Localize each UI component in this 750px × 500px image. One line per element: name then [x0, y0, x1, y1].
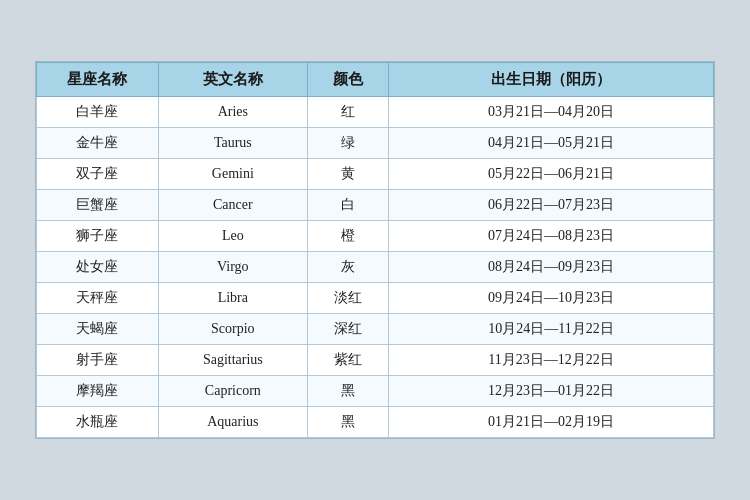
cell-date: 08月24日—09月23日 [389, 252, 714, 283]
cell-chinese: 狮子座 [37, 221, 159, 252]
cell-color: 白 [307, 190, 388, 221]
cell-english: Leo [158, 221, 307, 252]
cell-color: 紫红 [307, 345, 388, 376]
cell-date: 10月24日—11月22日 [389, 314, 714, 345]
cell-english: Libra [158, 283, 307, 314]
cell-chinese: 白羊座 [37, 97, 159, 128]
cell-date: 11月23日—12月22日 [389, 345, 714, 376]
cell-color: 淡红 [307, 283, 388, 314]
cell-english: Virgo [158, 252, 307, 283]
cell-chinese: 处女座 [37, 252, 159, 283]
table-row: 射手座Sagittarius紫红11月23日—12月22日 [37, 345, 714, 376]
cell-date: 12月23日—01月22日 [389, 376, 714, 407]
table-row: 白羊座Aries红03月21日—04月20日 [37, 97, 714, 128]
table-row: 水瓶座Aquarius黑01月21日—02月19日 [37, 407, 714, 438]
cell-date: 03月21日—04月20日 [389, 97, 714, 128]
table-row: 天秤座Libra淡红09月24日—10月23日 [37, 283, 714, 314]
table-row: 双子座Gemini黄05月22日—06月21日 [37, 159, 714, 190]
cell-date: 06月22日—07月23日 [389, 190, 714, 221]
table-row: 狮子座Leo橙07月24日—08月23日 [37, 221, 714, 252]
cell-english: Capricorn [158, 376, 307, 407]
table-row: 巨蟹座Cancer白06月22日—07月23日 [37, 190, 714, 221]
cell-color: 黑 [307, 376, 388, 407]
cell-color: 红 [307, 97, 388, 128]
zodiac-table: 星座名称 英文名称 颜色 出生日期（阳历） 白羊座Aries红03月21日—04… [36, 62, 714, 438]
cell-chinese: 天蝎座 [37, 314, 159, 345]
cell-color: 绿 [307, 128, 388, 159]
cell-english: Aries [158, 97, 307, 128]
cell-date: 04月21日—05月21日 [389, 128, 714, 159]
cell-chinese: 摩羯座 [37, 376, 159, 407]
cell-english: Aquarius [158, 407, 307, 438]
cell-date: 07月24日—08月23日 [389, 221, 714, 252]
table-header-row: 星座名称 英文名称 颜色 出生日期（阳历） [37, 63, 714, 97]
cell-english: Gemini [158, 159, 307, 190]
table-row: 天蝎座Scorpio深红10月24日—11月22日 [37, 314, 714, 345]
cell-english: Sagittarius [158, 345, 307, 376]
cell-color: 橙 [307, 221, 388, 252]
cell-english: Scorpio [158, 314, 307, 345]
cell-date: 05月22日—06月21日 [389, 159, 714, 190]
table-row: 金牛座Taurus绿04月21日—05月21日 [37, 128, 714, 159]
cell-chinese: 射手座 [37, 345, 159, 376]
cell-color: 深红 [307, 314, 388, 345]
cell-color: 黑 [307, 407, 388, 438]
cell-chinese: 水瓶座 [37, 407, 159, 438]
header-chinese: 星座名称 [37, 63, 159, 97]
table-row: 处女座Virgo灰08月24日—09月23日 [37, 252, 714, 283]
cell-chinese: 金牛座 [37, 128, 159, 159]
cell-chinese: 天秤座 [37, 283, 159, 314]
header-color: 颜色 [307, 63, 388, 97]
cell-english: Taurus [158, 128, 307, 159]
cell-color: 灰 [307, 252, 388, 283]
cell-chinese: 巨蟹座 [37, 190, 159, 221]
header-english: 英文名称 [158, 63, 307, 97]
cell-date: 01月21日—02月19日 [389, 407, 714, 438]
cell-date: 09月24日—10月23日 [389, 283, 714, 314]
cell-color: 黄 [307, 159, 388, 190]
header-date: 出生日期（阳历） [389, 63, 714, 97]
table-row: 摩羯座Capricorn黑12月23日—01月22日 [37, 376, 714, 407]
zodiac-table-container: 星座名称 英文名称 颜色 出生日期（阳历） 白羊座Aries红03月21日—04… [35, 61, 715, 439]
cell-english: Cancer [158, 190, 307, 221]
cell-chinese: 双子座 [37, 159, 159, 190]
